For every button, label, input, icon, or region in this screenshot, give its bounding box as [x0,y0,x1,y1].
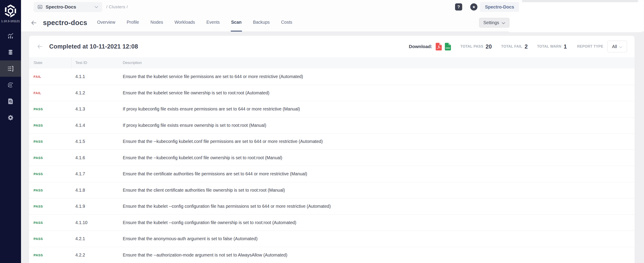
scan-header-controls: Download: CSV [409,41,627,52]
download-label: Download: [409,44,432,49]
tab-backups[interactable]: Backups [252,14,270,32]
test-id: 4.1.5 [72,134,123,150]
scan-back-arrow-icon[interactable] [37,44,43,50]
test-description: Ensure that the client certificate autho… [123,182,634,198]
state-badge: PASS [34,237,43,241]
sidebar-item-stack[interactable] [0,44,21,60]
test-id: 4.2.1 [72,231,123,247]
settings-button[interactable]: Settings [479,18,510,28]
stat-total-warn: TOTAL WARN1 [537,44,567,50]
main-area: Spectro-Docs / Clusters / ? ★ Spectro-Do… [21,0,644,263]
stat-total-fail: TOTAL FAIL2 [501,44,528,50]
sidebar-nav [0,28,21,126]
sidebar-item-orbit[interactable] [0,77,21,93]
table-row[interactable]: PASS 4.1.9 Ensure that the kubelet --con… [29,198,634,214]
sidebar-item-gear[interactable] [0,109,21,126]
chevron-down-icon [619,44,622,49]
test-description: Ensure that the anonymous-auth argument … [123,231,634,247]
sidebar-item-doc-search[interactable] [0,93,21,109]
page-title: spectro-docs [43,19,87,27]
stat-value: 1 [564,44,567,50]
stat-label: TOTAL WARN [537,44,562,48]
tab-scan[interactable]: Scan [231,14,242,32]
stack-icon [7,49,14,56]
dashboard-chart-icon [38,4,42,10]
cluster-link[interactable]: Spectro-Docs [480,2,519,12]
pdf-file-icon[interactable] [435,43,442,50]
back-arrow-icon[interactable] [30,20,37,26]
sidebar-item-metrics[interactable] [0,28,21,44]
csv-file-icon[interactable]: CSV [444,43,451,50]
table-row[interactable]: PASS 4.1.6 Ensure that the --kubeconfig … [29,150,634,166]
table-body: FAIL 4.1.1 Ensure that the kubelet servi… [29,68,634,263]
cluster-tabs: OverviewProfileNodesWorkloadsEventsScanB… [96,14,293,32]
project-selector[interactable]: Spectro-Docs [34,2,102,12]
table-row[interactable]: PASS 4.2.1 Ensure that the anonymous-aut… [29,230,634,247]
gear-icon [7,114,14,121]
test-id: 4.1.4 [72,118,123,134]
metrics-icon [7,33,14,39]
state-badge: PASS [34,221,43,224]
tab-events[interactable]: Events [206,14,220,32]
table-row[interactable]: PASS 4.1.5 Ensure that the --kubeconfig … [29,133,634,150]
test-description: Ensure that the kubelet service file per… [123,68,634,85]
report-type-select[interactable]: All [607,41,627,52]
app-root: 1.10.3-101121 Spectro-Docs [0,0,644,263]
help-icon[interactable]: ? [455,3,462,10]
stat-label: TOTAL PASS [460,44,483,48]
tab-costs[interactable]: Costs [281,14,293,32]
tab-nodes[interactable]: Nodes [150,14,164,32]
chevron-down-icon [94,5,98,9]
topbar: Spectro-Docs / Clusters / ? ★ Spectro-Do… [21,0,644,32]
state-badge: PASS [34,253,43,257]
test-description: If proxy kubeconfig file exists ensure p… [123,101,634,117]
test-description: Ensure that the --authorization-mode arg… [123,247,634,263]
tab-workloads[interactable]: Workloads [174,14,196,32]
table-row[interactable]: PASS 4.1.3 If proxy kubeconfig file exis… [29,101,634,117]
stat-total-pass: TOTAL PASS20 [460,44,492,50]
stat-label: TOTAL FAIL [501,44,522,48]
breadcrumb[interactable]: / Clusters / [106,4,128,10]
state-badge: FAIL [34,75,41,78]
table-row[interactable]: FAIL 4.1.2 Ensure that the kubelet servi… [29,85,634,101]
column-header-state: State [29,57,72,68]
test-description: Ensure that the --kubeconfig kubelet.con… [123,134,634,150]
state-badge: PASS [34,156,43,160]
test-id: 4.1.2 [72,85,123,101]
star-badge-icon[interactable]: ★ [470,3,478,10]
table-row[interactable]: PASS 4.2.2 Ensure that the --authorizati… [29,247,634,263]
test-id: 4.1.3 [72,101,123,117]
scan-completed-title: Completed at 10-11-2021 12:08 [49,43,138,50]
test-id: 4.1.1 [72,68,123,85]
state-badge: FAIL [34,91,41,95]
table-row[interactable]: PASS 4.1.4 If proxy kubeconfig file exis… [29,117,634,134]
test-description: Ensure that the certificate authorities … [123,166,634,182]
state-badge: PASS [34,204,43,208]
state-badge: PASS [34,124,43,127]
tab-overview[interactable]: Overview [96,14,116,32]
column-header-description: Description [123,57,634,68]
test-id: 4.1.7 [72,166,123,182]
palette-logo-icon [0,0,21,18]
test-id: 4.1.9 [72,198,123,214]
test-id: 4.1.6 [72,150,123,166]
sidebar-item-clusters[interactable] [0,60,21,77]
settings-button-label: Settings [484,20,499,25]
table-row[interactable]: PASS 4.1.10 Ensure that the kubelet --co… [29,214,634,231]
stat-value: 2 [524,44,528,50]
test-id: 4.1.10 [72,215,123,231]
sidebar: 1.10.3-101121 [0,0,21,263]
tab-profile[interactable]: Profile [126,14,140,32]
topbar-row-cluster: spectro-docs OverviewProfileNodesWorkloa… [21,14,644,32]
test-id: 4.1.8 [72,182,123,198]
table-row[interactable]: PASS 4.1.7 Ensure that the certificate a… [29,166,634,182]
scan-stats: TOTAL PASS20TOTAL FAIL2TOTAL WARN1 [451,44,567,50]
state-badge: PASS [34,107,43,111]
topbar-row-breadcrumb: Spectro-Docs / Clusters / ? ★ Spectro-Do… [21,0,644,14]
table-row[interactable]: PASS 4.1.8 Ensure that the client certif… [29,182,634,198]
state-badge: PASS [34,188,43,192]
scan-header: Completed at 10-11-2021 12:08 Download: [29,36,634,57]
report-type-label: REPORT TYPE [577,44,603,48]
table-row[interactable]: FAIL 4.1.1 Ensure that the kubelet servi… [29,68,634,85]
page-background: Completed at 10-11-2021 12:08 Download: [21,32,644,263]
